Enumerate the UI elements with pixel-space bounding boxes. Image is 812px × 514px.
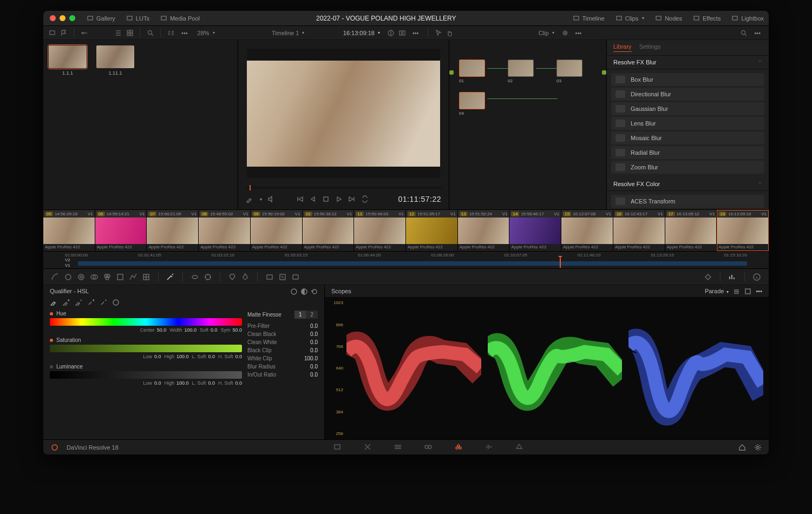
nodes-button[interactable]: Nodes xyxy=(650,12,687,24)
custom-curves-icon[interactable] xyxy=(129,273,137,281)
eyedropper-minus-icon[interactable] xyxy=(75,299,82,306)
play-button[interactable] xyxy=(335,195,343,203)
page-color[interactable] xyxy=(454,443,463,452)
gallery-button[interactable]: Gallery xyxy=(82,12,120,24)
menu-dots-3[interactable]: ••• xyxy=(573,29,585,37)
clip-thumbnail[interactable]: 1716:13:05:12V1Apple ProRes 422 xyxy=(665,210,717,251)
gallery-still[interactable]: 1.11.1 xyxy=(96,45,134,76)
node-graph-input[interactable] xyxy=(449,70,454,75)
lum-gradient[interactable] xyxy=(50,371,242,379)
split-screen-icon[interactable] xyxy=(398,29,405,36)
clip-thumbnail[interactable]: 0614:59:14:21V1Apple ProRes 422 xyxy=(95,210,147,251)
invert-mask-icon[interactable] xyxy=(112,299,119,306)
fx-item[interactable]: Box Blur xyxy=(611,73,764,86)
eyedropper-icon[interactable] xyxy=(50,299,57,306)
fx-item[interactable]: Lens Blur xyxy=(611,117,764,130)
effects-button[interactable]: Effects xyxy=(688,12,725,24)
viewer-image[interactable] xyxy=(247,49,440,178)
feather-minus-icon[interactable] xyxy=(100,299,107,306)
matte-param[interactable]: Clean White0.0 xyxy=(247,338,318,346)
info-icon[interactable] xyxy=(752,273,761,281)
first-frame-button[interactable] xyxy=(296,195,304,203)
scopes-expand-icon[interactable] xyxy=(744,288,751,295)
node-graph[interactable]: 01020304 xyxy=(449,40,606,209)
key-icon[interactable] xyxy=(265,273,274,281)
flag-icon[interactable] xyxy=(60,29,67,36)
minimize-window-button[interactable] xyxy=(60,15,66,21)
matte-param[interactable]: White Clip100.0 xyxy=(247,354,318,363)
page-deliver[interactable] xyxy=(515,443,523,452)
matte-param[interactable]: Black Clip0.0 xyxy=(247,346,318,354)
menu-dots-4[interactable]: ••• xyxy=(751,29,763,37)
node-clip-selector[interactable]: Clip▾ xyxy=(536,29,557,37)
keyframes-icon[interactable] xyxy=(704,273,712,281)
stop-button[interactable] xyxy=(322,195,330,203)
wipe-icon[interactable] xyxy=(387,29,394,36)
color-node-04[interactable]: 04 xyxy=(459,92,486,116)
prev-frame-button[interactable] xyxy=(309,195,317,203)
hand-icon[interactable] xyxy=(446,29,453,36)
clip-thumbnail[interactable]: 1115:50:46:03V1Apple ProRes 422 xyxy=(354,210,406,251)
blur-icon[interactable] xyxy=(241,273,250,281)
search-icon[interactable] xyxy=(147,29,154,36)
matte-param[interactable]: Pre-Filter0.0 xyxy=(247,322,318,330)
gear-icon[interactable] xyxy=(754,444,761,451)
clip-thumbnail[interactable]: 1315:51:52:24V1Apple ProRes 422 xyxy=(458,210,510,251)
viewer-timecode[interactable]: 16:13:09:18▾ xyxy=(340,29,383,37)
gallery-still[interactable]: 1.1.1 xyxy=(49,45,87,76)
still-grab-icon[interactable] xyxy=(49,29,56,36)
scopes-settings-icon[interactable] xyxy=(733,288,740,295)
luts-button[interactable]: LUTs xyxy=(121,12,154,24)
clip-thumbnail[interactable]: 1215:51:05:17V1Apple ProRes 422 xyxy=(406,210,458,251)
node-graph-output[interactable] xyxy=(602,70,606,75)
color-node-02[interactable]: 02 xyxy=(508,60,535,83)
picker-mode-icon[interactable] xyxy=(290,288,297,295)
invert-icon[interactable] xyxy=(300,288,307,295)
page-fusion[interactable] xyxy=(424,443,433,452)
last-frame-button[interactable] xyxy=(348,195,356,203)
playhead[interactable] xyxy=(560,258,561,268)
viewer-scrubber[interactable] xyxy=(246,187,441,189)
search-fx-icon[interactable] xyxy=(740,29,747,36)
matte-tab-1[interactable]: 1 xyxy=(294,311,306,319)
close-window-button[interactable] xyxy=(50,15,56,21)
tracker-icon[interactable] xyxy=(204,273,212,281)
clip-thumbnail[interactable]: 0715:00:21:05V1Apple ProRes 422 xyxy=(147,210,199,251)
pointer-icon[interactable] xyxy=(435,29,442,36)
warper-icon[interactable] xyxy=(142,273,150,281)
volume-icon[interactable] xyxy=(267,195,275,203)
feather-plus-icon[interactable] xyxy=(87,299,94,306)
motion-icon[interactable] xyxy=(116,273,125,281)
eyedropper-plus-icon[interactable] xyxy=(62,299,69,306)
menu-dots-2[interactable]: ••• xyxy=(410,29,422,37)
slider-icon[interactable] xyxy=(81,29,88,36)
sizing-icon[interactable] xyxy=(278,273,287,281)
page-fairlight[interactable] xyxy=(484,443,493,452)
scopes-toggle-icon[interactable] xyxy=(728,273,737,281)
reset-icon[interactable] xyxy=(311,288,318,295)
scopes-mode[interactable]: Parade ▾ xyxy=(705,288,729,294)
page-edit[interactable] xyxy=(394,443,402,452)
fx-item[interactable]: Mosaic Blur xyxy=(611,131,764,144)
fx-tab-settings[interactable]: Settings xyxy=(639,43,661,52)
color-node-03[interactable]: 03 xyxy=(556,60,584,83)
lightbox-button[interactable]: Lightbox xyxy=(726,12,769,24)
clip-thumbnail[interactable]: 0514:56:29:18V1Apple ProRes 422 xyxy=(43,210,95,251)
maximize-window-button[interactable] xyxy=(69,15,75,21)
hdr-wheels-icon[interactable] xyxy=(90,273,99,281)
home-icon[interactable] xyxy=(738,444,745,451)
viewer-zoom[interactable]: 28%▾ xyxy=(195,29,218,37)
clip-thumbnail[interactable]: 1415:58:46:17V1Apple ProRes 422 xyxy=(509,210,561,251)
curves-icon[interactable] xyxy=(51,273,60,281)
color-node-01[interactable]: 01 xyxy=(459,60,486,83)
arrange-icon[interactable] xyxy=(167,29,174,36)
fx-section-header[interactable]: Resolve FX Blur⌃ xyxy=(607,56,769,69)
fx-item[interactable]: Directional Blur xyxy=(611,88,764,101)
clip-thumbnail[interactable]: 1516:12:07:08V1Apple ProRes 422 xyxy=(561,210,613,251)
qualifier-icon[interactable] xyxy=(166,273,175,281)
loop-button[interactable] xyxy=(361,195,369,203)
clip-thumbnail[interactable]: 1015:50:38:12V1Apple ProRes 422 xyxy=(303,210,355,251)
matte-param[interactable]: Clean Black0.0 xyxy=(247,330,318,338)
mini-timeline[interactable]: 01:00:00:0001:01:41:0501:03:22:1001:05:0… xyxy=(43,252,769,269)
clip-thumbnail[interactable]: 0815:48:55:02V1Apple ProRes 422 xyxy=(199,210,251,251)
